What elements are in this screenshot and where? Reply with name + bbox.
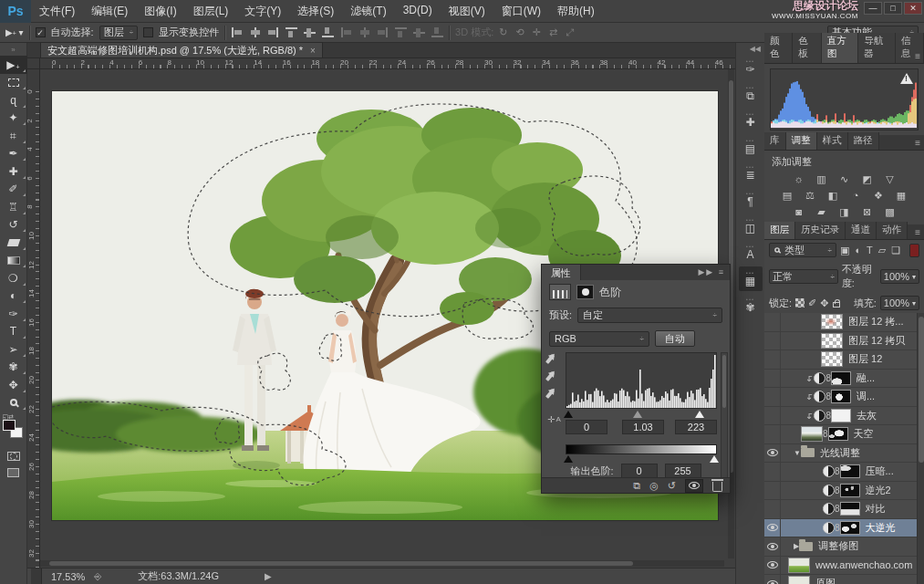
menu-item-1[interactable]: 编辑(E) (83, 4, 136, 19)
export-arrow-icon[interactable]: ⎆ (94, 571, 101, 582)
menu-item-8[interactable]: 视图(V) (441, 4, 493, 19)
curves-icon[interactable]: ∿ (836, 172, 853, 185)
visibility-cell[interactable] (764, 482, 781, 500)
3d-panel-icon[interactable]: •••◫ (739, 214, 763, 238)
black-white-icon[interactable]: ◧ (825, 189, 841, 202)
move-tool-option-icon[interactable]: ▶+ ▾ (5, 27, 24, 37)
visibility-cell[interactable] (764, 557, 781, 575)
lock-all-icon[interactable] (833, 302, 840, 308)
black-point-eyedropper-icon[interactable] (545, 354, 555, 364)
invert-icon[interactable]: ◙ (791, 205, 807, 218)
maximize-button[interactable]: □ (884, 2, 902, 15)
fill-dropdown[interactable]: 100%▾ (880, 296, 919, 310)
visibility-cell[interactable] (764, 370, 781, 388)
visibility-cell[interactable] (764, 350, 781, 369)
menu-item-3[interactable]: 图层(L) (185, 4, 237, 19)
layer-row-3[interactable]: ↴8融... (764, 370, 924, 389)
channel-dropdown[interactable]: RGB÷ (549, 331, 649, 347)
filter-pixel-layers-icon[interactable]: ▣ (840, 245, 849, 256)
rectangular-marquee-tool[interactable] (0, 74, 27, 92)
tab-路径[interactable]: 路径 (848, 132, 879, 150)
threshold-icon[interactable]: ◨ (836, 205, 853, 218)
lock-transparency-icon[interactable] (795, 298, 805, 308)
toggle-visibility-icon[interactable] (685, 479, 703, 493)
menu-item-10[interactable]: 帮助(H) (549, 4, 603, 19)
tab-导航器[interactable]: 导航器 (858, 33, 896, 63)
align-left-edges-icon[interactable] (231, 27, 243, 37)
view-previous-state-icon[interactable]: ◎ (649, 480, 659, 492)
highlight-input-value[interactable]: 223 (675, 420, 717, 434)
hand-tool[interactable]: ✥ (0, 376, 27, 394)
properties-tab[interactable]: 属性 (542, 265, 581, 280)
levels-icon[interactable]: ▥ (814, 172, 830, 185)
tab-通道[interactable]: 通道 (846, 222, 877, 239)
menu-item-0[interactable]: 文件(F) (31, 4, 83, 19)
tab-menu-icon[interactable]: ≡ (915, 227, 920, 237)
reset-adjustment-icon[interactable]: ↺ (668, 480, 676, 492)
brush-tool[interactable]: ✐ (0, 181, 27, 199)
canvas-horizontal-scrollbar[interactable] (40, 560, 724, 567)
visibility-cell[interactable] (764, 575, 781, 584)
color-balance-icon[interactable]: ⚖ (802, 189, 818, 202)
eyedropper-tool[interactable]: ✒ (0, 145, 27, 163)
hue-saturation-icon[interactable]: ▤ (779, 189, 795, 202)
custom-shape-tool[interactable]: ✾ (0, 359, 27, 377)
align-top-edges-icon[interactable] (286, 27, 297, 37)
vibrance-icon[interactable]: ▽ (882, 172, 898, 185)
move-tool[interactable]: ▶+ (0, 56, 27, 74)
glyphs-panel-icon[interactable]: •••A (739, 240, 763, 265)
healing-brush-tool[interactable]: ✚ (0, 162, 27, 181)
color-lookup-icon[interactable]: ▦ (893, 189, 909, 202)
visibility-cell[interactable] (764, 332, 781, 350)
opacity-dropdown[interactable]: 100%▾ (880, 269, 919, 284)
selective-color-icon[interactable]: ⊠ (859, 205, 876, 218)
filter-type-layers-icon[interactable]: T (867, 245, 873, 256)
tab-menu-icon[interactable]: ≡ (915, 51, 920, 61)
output-white-value[interactable]: 255 (665, 464, 701, 478)
filter-smart-objects-icon[interactable]: ❏ (891, 245, 900, 256)
brightness-contrast-icon[interactable]: ☼ (791, 172, 807, 185)
paragraph-panel-icon[interactable]: •••¶ (739, 187, 763, 212)
toolbar-grip[interactable]: » (0, 43, 26, 56)
properties-panel-icon[interactable]: •••▦ (739, 266, 763, 291)
tab-库[interactable]: 库 (764, 132, 786, 150)
collapse-panel-icon[interactable]: ▶▶ ≡ (698, 267, 725, 276)
visibility-cell[interactable] (764, 537, 781, 556)
lock-pixels-icon[interactable]: ✐ (808, 297, 816, 309)
layer-row-7[interactable]: ▼光线调整 (764, 444, 924, 464)
menu-item-2[interactable]: 图像(I) (136, 4, 184, 19)
layer-row-2[interactable]: 图层 12 (764, 350, 924, 370)
visibility-cell[interactable] (764, 519, 781, 537)
visibility-cell[interactable] (764, 425, 781, 443)
menu-item-4[interactable]: 文字(Y) (236, 4, 289, 19)
align-right-edges-icon[interactable] (267, 27, 279, 37)
layer-filter-dropdown[interactable]: 类型÷ (769, 243, 836, 257)
clone-source-panel-icon[interactable]: •••⧉ (739, 81, 763, 106)
tab-颜色[interactable]: 颜色 (764, 33, 793, 63)
tab-样式[interactable]: 样式 (817, 132, 848, 150)
quick-mask-button[interactable] (7, 452, 20, 461)
layer-row-12[interactable]: ▶调整修图 (764, 537, 924, 557)
visibility-cell[interactable] (764, 313, 781, 331)
white-point-eyedropper-icon[interactable] (545, 389, 555, 399)
layer-row-0[interactable]: 图层 12 拷... (764, 313, 924, 332)
eraser-tool[interactable] (0, 234, 27, 252)
layer-row-1[interactable]: 图层 12 拷贝 (764, 332, 924, 351)
brush-presets-panel-icon[interactable]: •••✾ (739, 293, 763, 318)
path-selection-tool[interactable]: ➢ (0, 340, 27, 359)
exposure-icon[interactable]: ◩ (859, 172, 876, 185)
screen-mode-button[interactable] (7, 468, 19, 477)
layer-row-11[interactable]: 8大逆光 (764, 519, 924, 538)
zoom-level[interactable]: 17.53% (51, 571, 85, 582)
menu-item-7[interactable]: 3D(D) (395, 4, 441, 19)
layer-filter-toggle[interactable] (909, 244, 919, 257)
clone-stamp-tool[interactable]: ♖ (0, 198, 27, 216)
shadow-input-value[interactable]: 0 (566, 420, 607, 434)
midtone-input-value[interactable]: 1.03 (622, 420, 664, 434)
zoom-tool[interactable] (0, 394, 27, 412)
layer-row-9[interactable]: 8逆光2 (764, 482, 924, 501)
visibility-cell[interactable] (764, 407, 781, 425)
auto-button[interactable]: 自动 (655, 330, 695, 347)
visibility-cell[interactable] (764, 500, 781, 518)
output-shadow-slider[interactable] (564, 455, 573, 463)
